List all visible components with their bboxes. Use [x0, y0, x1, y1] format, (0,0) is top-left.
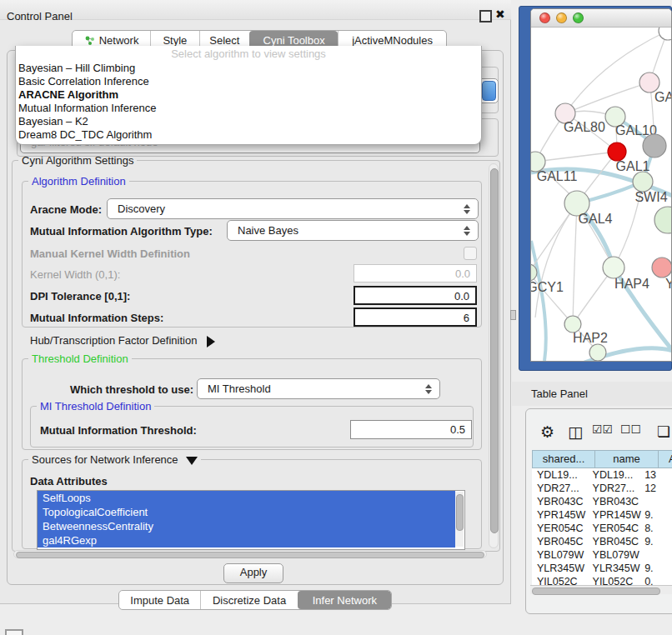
threshold-definition-title: Threshold Definition [28, 353, 132, 364]
dropdown-item[interactable]: Basic Correlation Inference [16, 75, 481, 88]
attribute-list-item[interactable]: TopologicalCoefficient [38, 505, 455, 519]
network-node-gal1[interactable] [608, 142, 626, 161]
network-view-window[interactable]: GALGAL80GAL10GAL1GAL11SWI4GAL4HAP4YGCY1H… [530, 8, 672, 362]
table-row[interactable]: YPR145WYPR145W9. [532, 508, 672, 522]
table-body: YDL19...YDL19...13YDR27...YDR27...12YBR0… [532, 468, 672, 588]
table-row[interactable]: YDR27...YDR27...12 [532, 482, 672, 495]
sources-title: Sources for Network Inference [32, 453, 178, 466]
apply-button[interactable]: Apply [223, 563, 283, 583]
network-node[interactable] [654, 207, 672, 233]
tab-discretize-data[interactable]: Discretize Data [200, 591, 297, 609]
settings-horizontal-scrollbar-thumb[interactable] [16, 552, 484, 558]
attribute-list-item[interactable]: SelfLoops [38, 491, 455, 505]
splitter-handle[interactable] [510, 310, 516, 320]
network-node-label: Y [665, 277, 672, 291]
table-row[interactable]: YDL19...YDL19...13 [532, 468, 672, 482]
dropdown-item[interactable]: Mutual Information Inference [16, 102, 481, 115]
network-node-label: GAL4 [579, 212, 613, 226]
close-icon[interactable]: ✖ [495, 8, 505, 21]
dpi-tolerance-label: DPI Tolerance [0,1]: [30, 290, 130, 302]
minimize-traffic-light[interactable] [556, 12, 567, 23]
network-node-label: GAL [654, 90, 672, 104]
settings-horizontal-scrollbar[interactable] [13, 550, 487, 558]
mi-threshold-field[interactable]: 0.5 [350, 420, 472, 439]
algorithm-combobox-arrow-button[interactable] [482, 81, 496, 101]
tab-label: Select [209, 34, 239, 47]
network-node-hap4[interactable] [603, 257, 624, 278]
table-column-header[interactable]: shared... [532, 450, 595, 468]
table-row[interactable]: YLR345WYLR345W9. [532, 562, 672, 575]
mi-type-value: Naive Bayes [228, 224, 298, 237]
table-horizontal-scrollbar-thumb[interactable] [532, 588, 660, 595]
network-edge[interactable] [573, 203, 577, 324]
network-node-label: GCY1 [531, 280, 564, 294]
table-row[interactable]: YER054CYER054C8. [532, 522, 672, 535]
table-column-header[interactable]: A [659, 450, 672, 468]
hub-section-label: Hub/Transcription Factor Definition [30, 334, 197, 347]
network-node-label: GAL11 [537, 169, 578, 183]
zoom-traffic-light[interactable] [573, 12, 584, 23]
attribute-list-item[interactable]: gal4RGexp [38, 533, 455, 548]
mi-steps-field[interactable]: 6 [354, 308, 477, 327]
table-cell: YBL079W [588, 548, 644, 562]
table-row[interactable]: YBR043CYBR043C [532, 495, 672, 508]
mi-threshold-definition-title: MI Threshold Definition [37, 401, 154, 412]
sources-toggle[interactable]: Sources for Network Inference [28, 454, 201, 465]
manual-kernel-checkbox[interactable] [464, 247, 477, 260]
network-node-hap2[interactable] [564, 316, 581, 332]
attribute-list-item[interactable]: BetweennessCentrality [38, 519, 455, 533]
split-columns-icon[interactable]: ◫ [568, 422, 583, 442]
table-cell: YBR045C [532, 535, 588, 548]
data-attributes-list[interactable]: SelfLoopsTopologicalCoefficientBetweenne… [37, 490, 465, 550]
attributes-list-scrollbar-thumb[interactable] [456, 494, 464, 531]
settings-gear-icon[interactable]: ⚙ [540, 422, 554, 442]
show-columns-icon[interactable]: ☑☑ [592, 422, 613, 436]
dropdown-placeholder: Select algorithm to view settings [16, 47, 481, 62]
float-window-icon[interactable] [479, 10, 492, 22]
minimized-panel-icon[interactable] [5, 629, 23, 635]
tab-impute-data[interactable]: Impute Data [119, 591, 200, 609]
settings-vertical-scrollbar-thumb[interactable] [490, 168, 499, 533]
network-node[interactable] [589, 344, 606, 361]
kernel-width-field[interactable]: 0.0 [354, 264, 477, 282]
dpi-tolerance-field[interactable]: 0.0 [354, 286, 477, 305]
table-cell: 8. [643, 522, 672, 535]
network-node[interactable] [659, 28, 672, 40]
network-edge[interactable] [565, 82, 649, 113]
which-threshold-combobox[interactable]: MI Threshold [197, 378, 440, 399]
aracne-mode-combobox[interactable]: Discovery [107, 198, 479, 219]
network-node-swi4[interactable] [633, 172, 653, 192]
table-cell: YBR045C [588, 535, 644, 548]
collapsed-arrow-icon [207, 336, 215, 348]
network-canvas[interactable]: GALGAL80GAL10GAL1GAL11SWI4GAL4HAP4YGCY1H… [531, 28, 672, 362]
hide-columns-icon[interactable]: ☐☐ [620, 422, 641, 436]
close-traffic-light[interactable] [539, 12, 550, 23]
table-row[interactable]: YBL079WYBL079W [532, 548, 672, 562]
kernel-width-label: Kernel Width (0,1): [30, 268, 120, 281]
tab-label: Cyni Toolbox [263, 34, 325, 47]
table-row[interactable]: YBR045CYBR045C9. [532, 535, 672, 548]
dropdown-item[interactable]: Bayesian – K2 [16, 115, 481, 128]
dropdown-item[interactable]: ARACNE Algorithm [16, 88, 481, 102]
hub-section-toggle[interactable]: Hub/Transcription Factor Definition [30, 334, 215, 348]
table-horizontal-scrollbar[interactable] [530, 585, 672, 594]
network-node-y[interactable] [652, 258, 672, 278]
dropdown-item[interactable]: Dream8 DC_TDC Algorithm [16, 128, 481, 142]
which-threshold-label: Which threshold to use: [70, 383, 193, 396]
combo-spinner-icon [425, 384, 432, 394]
dropdown-item[interactable]: Bayesian – Hill Climbing [16, 62, 481, 75]
attributes-list-scrollbar[interactable] [455, 492, 464, 547]
table-cell: 9. [643, 508, 672, 522]
control-panel-titlebar [0, 0, 511, 20]
network-node[interactable] [643, 134, 666, 158]
network-edge[interactable] [535, 152, 617, 162]
network-node-label: SWI4 [634, 190, 667, 204]
export-table-icon[interactable]: ❏ [657, 422, 670, 441]
mi-steps-label: Mutual Information Steps: [30, 312, 163, 324]
network-node-label: HAP4 [614, 277, 649, 291]
table-column-header[interactable]: name [595, 450, 659, 468]
mi-type-combobox[interactable]: Naive Bayes [227, 220, 479, 241]
tab-infer-network[interactable]: Infer Network [298, 591, 391, 609]
settings-vertical-scrollbar[interactable] [489, 163, 499, 548]
screen: Control Panel ✖ NetworkStyleSelectCyni T… [0, 0, 672, 635]
